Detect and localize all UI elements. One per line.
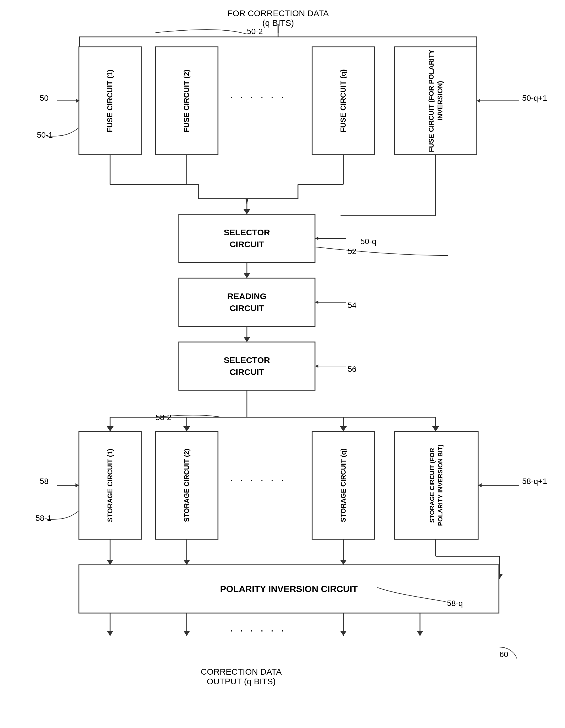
bottom-label: CORRECTION DATA OUTPUT (q BITS)	[156, 667, 326, 686]
ref-50-2: 50-2	[247, 27, 263, 36]
storage-circuit-q1: STORAGE CIRCUIT (FOR POLARITY INVERSION …	[394, 431, 478, 539]
ref-58-1: 58-1	[35, 514, 51, 523]
svg-marker-35	[340, 426, 347, 431]
svg-marker-64	[315, 301, 318, 304]
svg-marker-31	[107, 426, 114, 431]
top-label: FOR CORRECTION DATA (q BITS)	[199, 9, 358, 28]
svg-marker-43	[107, 560, 114, 565]
svg-marker-18	[243, 209, 250, 214]
ref-50-q1: 50-q+1	[522, 94, 547, 103]
svg-marker-26	[243, 337, 250, 342]
ref-52: 52	[348, 247, 356, 256]
storage-circuit-q: STORAGE CIRCUIT (q)	[312, 431, 375, 539]
ref-58-q1: 58-q+1	[522, 477, 547, 486]
ref-50-1: 50-1	[37, 131, 53, 140]
fuse-dots: · · · · · ·	[230, 91, 286, 103]
ref-60: 60	[499, 650, 508, 659]
svg-marker-33	[183, 426, 190, 431]
reading-circuit: READING CIRCUIT	[179, 278, 315, 326]
ref-56: 56	[348, 365, 356, 374]
ref-50: 50	[40, 94, 49, 103]
svg-marker-60	[417, 631, 423, 636]
ref-58-2: 58-2	[156, 413, 171, 422]
svg-marker-37	[432, 426, 439, 431]
storage-dots: · · · · · ·	[230, 474, 286, 486]
fuse-circuit-2: FUSE CIRCUIT (2)	[156, 47, 218, 155]
selector-circuit-2: SELECTOR CIRCUIT	[179, 342, 315, 390]
polarity-inversion-circuit: POLARITY INVERSION CIRCUIT	[79, 565, 499, 613]
fuse-circuit-q: FUSE CIRCUIT (q)	[312, 47, 375, 155]
svg-marker-58	[340, 631, 347, 636]
diagram-container: FOR CORRECTION DATA (q BITS) 50-2 FUSE C…	[0, 0, 565, 728]
svg-marker-66	[75, 483, 79, 487]
ref-58-q: 58-q	[447, 599, 463, 608]
svg-marker-65	[315, 364, 318, 368]
storage-circuit-1: STORAGE CIRCUIT (1)	[79, 431, 141, 539]
svg-marker-62	[477, 99, 480, 103]
storage-circuit-2: STORAGE CIRCUIT (2)	[156, 431, 218, 539]
svg-marker-67	[478, 483, 482, 487]
svg-marker-47	[340, 560, 347, 565]
output-dots: · · · · · ·	[230, 624, 286, 636]
fuse-circuit-1: FUSE CIRCUIT (1)	[79, 47, 141, 155]
selector-circuit-1: SELECTOR CIRCUIT	[179, 214, 315, 263]
svg-marker-54	[107, 631, 114, 636]
svg-marker-45	[183, 560, 190, 565]
ref-50-q: 50-q	[360, 237, 376, 246]
ref-58: 58	[40, 477, 49, 486]
ref-54: 54	[348, 301, 356, 310]
svg-marker-23	[243, 273, 250, 278]
svg-marker-56	[183, 631, 190, 636]
svg-marker-63	[315, 237, 318, 240]
fuse-circuit-q1: FUSE CIRCUIT (FOR POLARITY INVERSION)	[394, 47, 477, 155]
